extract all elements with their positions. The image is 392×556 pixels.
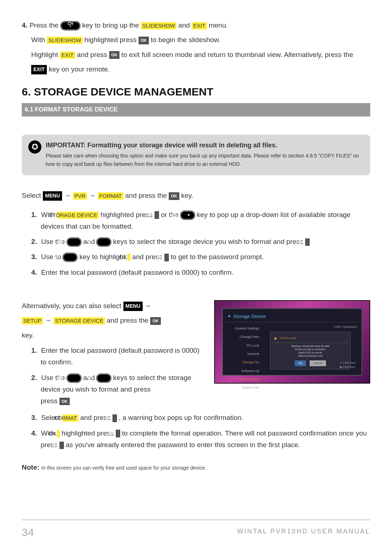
important-body: Please take care when choosing this opti… bbox=[46, 152, 364, 169]
slideshow-label: SLIDESHOW bbox=[141, 22, 176, 29]
important-title: IMPORTANT: Formatting your storage devic… bbox=[46, 140, 364, 151]
ok-key-icon: OK bbox=[155, 211, 159, 219]
footer-title: WINTAL PVR10HD USER MANUAL bbox=[237, 523, 370, 541]
slideshow-label: SLIDESHOW bbox=[47, 37, 82, 44]
ch-down-key-icon: CH bbox=[63, 253, 77, 262]
menu-key-label: MENU bbox=[123, 302, 143, 311]
ok-key-icon: OK bbox=[169, 192, 179, 200]
ok-key-icon: OK bbox=[116, 430, 120, 437]
page-footer: 34 WINTAL PVR10HD USER MANUAL bbox=[22, 520, 370, 541]
pvr-label: PVR bbox=[73, 192, 87, 200]
storage-device-label: STORAGE DEVICE bbox=[54, 317, 105, 324]
ch-down-key-icon: CH bbox=[97, 374, 111, 383]
ch-down-key-icon: CH bbox=[97, 238, 111, 246]
list-item: 2. Use the CH and CH keys to select the … bbox=[31, 236, 370, 248]
tv-format-dialog: ▲HDD Format Warning, format will erase a… bbox=[270, 332, 351, 369]
format-label: FORMAT bbox=[62, 414, 78, 422]
tv-screenshot: Storage Device General Settings Change P… bbox=[214, 300, 370, 384]
top-step4: 4. Press the CH key to bring up the SLID… bbox=[22, 20, 370, 75]
select-instruction: Select MENU → PVR → FORMAT and press the… bbox=[22, 190, 370, 201]
ok-key-icon: OK bbox=[60, 398, 70, 405]
alt-instructions: Alternatively, you can also select MENU … bbox=[22, 300, 207, 410]
list-item: 1. Enter the local password (default pas… bbox=[31, 345, 207, 368]
tv-menu: General Settings Change Pass PG Lock Net… bbox=[225, 322, 261, 373]
tv-cancel-button: Cancel bbox=[310, 360, 326, 366]
ch-up-key-icon: CH bbox=[67, 238, 81, 246]
list-item: 3. Use to CH key to highlight OK and pre… bbox=[31, 251, 370, 263]
tv-dialog-title: Storage Device bbox=[225, 311, 359, 322]
ok-key-icon: OK bbox=[113, 414, 117, 422]
ok-key-icon: OK bbox=[139, 37, 149, 44]
exit-key-label: EXIT bbox=[31, 65, 47, 74]
list-item: 4. Enter the local password (default pas… bbox=[31, 267, 370, 278]
step-number: 4. bbox=[22, 21, 28, 29]
page-number: 34 bbox=[22, 523, 34, 541]
list-item: 2. Use the CH and CH keys to select the … bbox=[31, 372, 207, 407]
list-item: 1. With STORAGE DEVICE highlighted press… bbox=[31, 209, 370, 233]
main-steps-list: 1. With STORAGE DEVICE highlighted press… bbox=[22, 209, 370, 278]
ok-key-icon: OK bbox=[109, 51, 120, 59]
important-callout: ✪ IMPORTANT: Formatting your storage dev… bbox=[22, 135, 370, 175]
ok-label: OK bbox=[127, 254, 130, 261]
list-item: 3. Select FORMAT and press OK , a warnin… bbox=[31, 412, 370, 424]
vol-right-key-icon: VOL bbox=[180, 211, 195, 220]
tv-storage-legend: 2.10G Used 2.10G Free bbox=[340, 361, 356, 369]
format-label: FORMAT bbox=[98, 192, 123, 200]
alt-steps-continued: 3. Select FORMAT and press OK , a warnin… bbox=[22, 412, 370, 451]
section-heading: 6. STORAGE DEVICE MANAGEMENT bbox=[22, 82, 370, 101]
ch-up-key-icon: CH bbox=[67, 374, 81, 383]
ok-key-icon: OK bbox=[150, 317, 161, 325]
important-icon: ✪ bbox=[28, 140, 41, 154]
subsection-bar: 6.1 FORMAT STORAGE DEVICE bbox=[22, 103, 370, 116]
ok-key-icon: OK bbox=[60, 442, 64, 449]
setup-label: SETUP bbox=[22, 317, 43, 324]
list-item: 4. With OK highlighted press OK to compl… bbox=[31, 428, 370, 451]
page-content: 4. Press the CH key to bring up the SLID… bbox=[22, 20, 370, 474]
ch-down-key-icon: CH bbox=[61, 21, 80, 30]
ok-label: OK bbox=[57, 430, 60, 437]
ok-key-icon: OK bbox=[164, 254, 169, 261]
menu-key-label: MENU bbox=[43, 191, 62, 201]
exit-label: EXIT bbox=[192, 22, 207, 29]
note: Note: In this screen you can verify free… bbox=[22, 462, 370, 473]
warning-icon: ▲ bbox=[273, 334, 278, 342]
exit-label: EXIT bbox=[60, 52, 75, 59]
ok-key-icon: OK bbox=[305, 238, 310, 246]
tv-ok-button: OK bbox=[295, 360, 306, 366]
storage-device-label: STORAGE DEVICE bbox=[57, 212, 99, 219]
